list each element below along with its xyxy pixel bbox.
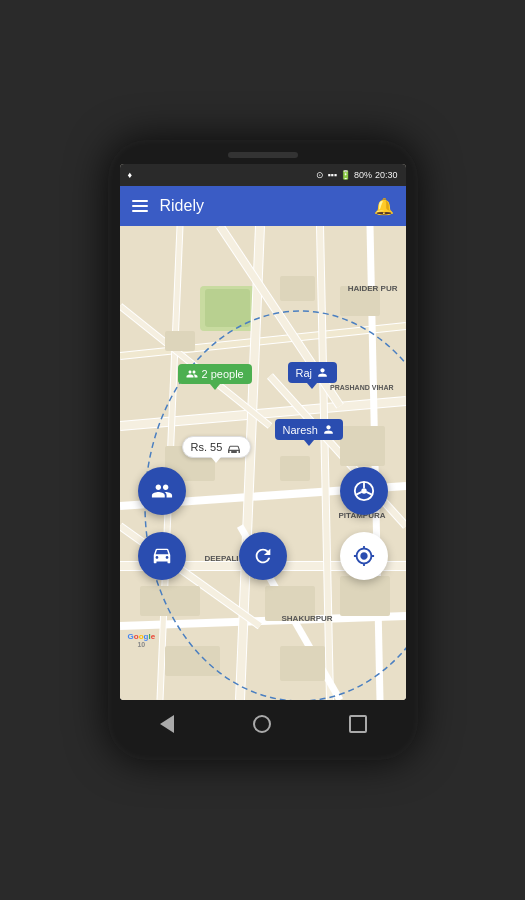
svg-line-42 [356, 492, 362, 495]
map-label-shakurpur: SHAKURPUR [282, 614, 333, 623]
status-icon: ♦ [128, 170, 133, 180]
car-fab-icon [151, 547, 173, 565]
price-label: Rs. 55 [191, 441, 223, 453]
back-triangle-icon [160, 715, 174, 733]
car-fab-button[interactable] [138, 532, 186, 580]
map-container[interactable]: HAIDER PUR PRASHAND VIHAR PITAMPURA DEEP… [120, 226, 406, 700]
marker-naresh-label: Naresh [283, 424, 318, 436]
marker-2people[interactable]: 2 people [178, 364, 252, 384]
status-right: ⊙ ▪▪▪ 🔋 80% 20:30 [316, 170, 397, 180]
menu-button[interactable] [132, 200, 148, 212]
marker-naresh[interactable]: Naresh [275, 419, 343, 440]
back-button[interactable] [153, 710, 181, 738]
people-fab-icon [151, 480, 173, 502]
car-icon [226, 441, 242, 453]
people-icon [186, 368, 198, 380]
google-logo: Google 10 [128, 632, 156, 648]
marker-price[interactable]: Rs. 55 [182, 436, 252, 458]
svg-rect-2 [205, 289, 250, 327]
svg-rect-27 [165, 331, 195, 351]
wifi-icon: 🔋 [340, 170, 351, 180]
svg-rect-32 [340, 426, 385, 466]
marker-2people-label: 2 people [202, 368, 244, 380]
map-svg [120, 226, 406, 700]
svg-rect-31 [280, 456, 310, 481]
google-scale: 10 [128, 641, 156, 648]
people-fab-button[interactable] [138, 467, 186, 515]
phone-frame: ♦ ⊙ ▪▪▪ 🔋 80% 20:30 Ridely 🔔 [108, 140, 418, 760]
naresh-person-icon [322, 423, 335, 436]
home-circle-icon [253, 715, 271, 733]
marker-raj[interactable]: Raj [288, 362, 338, 383]
status-bar: ♦ ⊙ ▪▪▪ 🔋 80% 20:30 [120, 164, 406, 186]
svg-rect-35 [340, 576, 390, 616]
notification-bell-icon[interactable]: 🔔 [374, 197, 394, 216]
refresh-fab-icon [252, 545, 274, 567]
app-bar: Ridely 🔔 [120, 186, 406, 226]
location-icon: ⊙ [316, 170, 324, 180]
svg-rect-28 [280, 276, 315, 301]
recents-square-icon [349, 715, 367, 733]
time-text: 20:30 [375, 170, 398, 180]
location-fab-icon [353, 545, 375, 567]
home-button[interactable] [248, 710, 276, 738]
marker-raj-label: Raj [296, 367, 313, 379]
signal-icon: ▪▪▪ [327, 170, 337, 180]
status-left: ♦ [128, 170, 133, 180]
location-fab-button[interactable] [340, 532, 388, 580]
app-title: Ridely [160, 197, 374, 215]
map-label-haiderpur: HAIDER PUR [348, 284, 398, 293]
battery-text: 80% [354, 170, 372, 180]
steering-fab-button[interactable] [340, 467, 388, 515]
recents-button[interactable] [344, 710, 372, 738]
phone-top-bar [120, 152, 406, 158]
map-label-deepali: DEEPALI [205, 554, 239, 563]
svg-rect-36 [165, 646, 220, 676]
refresh-fab-button[interactable] [239, 532, 287, 580]
phone-screen: ♦ ⊙ ▪▪▪ 🔋 80% 20:30 Ridely 🔔 [120, 164, 406, 700]
raj-person-icon [316, 366, 329, 379]
steering-fab-icon [353, 480, 375, 502]
phone-speaker [228, 152, 298, 158]
map-label-prashandvihar: PRASHAND VIHAR [330, 384, 393, 391]
svg-point-40 [361, 488, 367, 494]
svg-rect-37 [280, 646, 325, 681]
nav-bar [120, 700, 406, 744]
svg-line-43 [366, 492, 372, 495]
